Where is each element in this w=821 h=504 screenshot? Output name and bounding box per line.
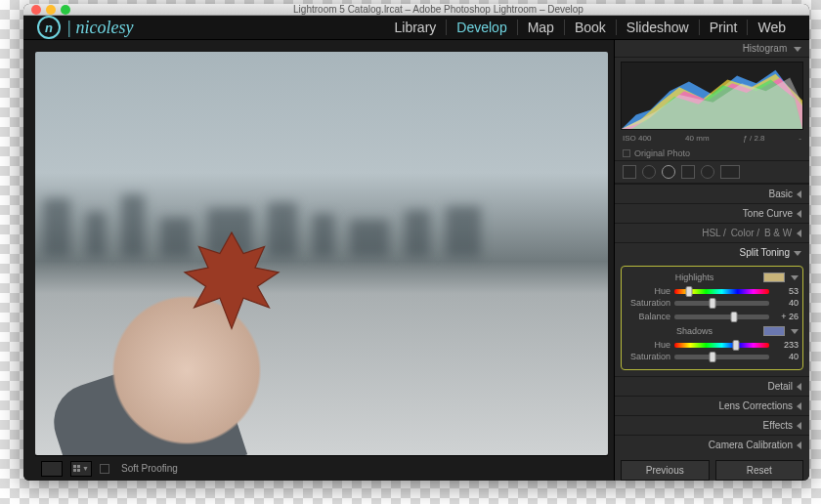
window-title: Lightroom 5 Catalog.lrcat – Adobe Photos… <box>75 4 801 15</box>
nav-library[interactable]: Library <box>385 20 448 35</box>
logo-mark: n <box>37 16 61 39</box>
chevron-left-icon <box>797 383 801 391</box>
bottom-toolbar: ▼ Soft Proofing <box>35 455 608 481</box>
topbar: n | nicolesy Library Develop Map Book Sl… <box>23 16 809 40</box>
panel-lens[interactable]: Lens Corrections <box>615 396 809 415</box>
reset-button[interactable]: Reset <box>715 460 804 481</box>
logo: n | nicolesy <box>37 16 133 39</box>
balance-label: Balance <box>626 312 670 321</box>
chevron-left-icon <box>797 190 801 198</box>
tool-strip <box>615 160 809 184</box>
chevron-left-icon <box>797 230 801 237</box>
panel-hsl[interactable]: HSL / Color / B & W <box>615 223 809 242</box>
highlights-hue-value[interactable]: 53 <box>773 286 799 296</box>
app-window: Lightroom 5 Catalog.lrcat – Adobe Photos… <box>23 4 809 481</box>
right-panel: Histogram ISO 400 40 mm ƒ / 2.8 - <box>614 40 809 481</box>
close-icon[interactable] <box>31 5 41 15</box>
panel-camera[interactable]: Camera Calibration <box>615 435 809 454</box>
chevron-down-icon <box>794 47 801 52</box>
shadows-label: Shadows <box>626 326 763 336</box>
iso-value: ISO 400 <box>623 134 651 143</box>
chevron-left-icon <box>797 422 801 430</box>
panel-tone-curve[interactable]: Tone Curve <box>615 203 809 223</box>
grad-tool[interactable] <box>681 165 695 179</box>
module-nav: Library Develop Map Book Slideshow Print… <box>385 20 797 35</box>
leaf <box>173 221 290 338</box>
compare-view-button[interactable]: ▼ <box>70 461 92 477</box>
hue-label: Hue <box>626 340 670 350</box>
spot-tool[interactable] <box>642 165 656 179</box>
checkbox-icon <box>623 149 630 157</box>
balance-value[interactable]: + 26 <box>773 312 799 321</box>
highlights-label: Highlights <box>626 273 763 282</box>
shadows-hue-value[interactable]: 233 <box>773 340 799 350</box>
sat-label: Saturation <box>626 298 670 308</box>
shadows-swatch[interactable] <box>763 326 785 336</box>
highlights-swatch[interactable] <box>763 273 785 282</box>
highlights-hue-slider[interactable] <box>674 289 769 294</box>
aperture-value: ƒ / 2.8 <box>743 134 764 143</box>
crop-tool[interactable] <box>623 165 636 179</box>
nav-develop[interactable]: Develop <box>447 20 517 35</box>
chevron-left-icon <box>797 402 801 410</box>
radial-tool[interactable] <box>701 165 714 179</box>
photo-preview[interactable] <box>35 52 608 455</box>
skyline-blur <box>35 189 608 257</box>
histogram[interactable] <box>621 62 803 130</box>
balance-slider[interactable] <box>674 315 769 319</box>
shadows-hue-slider[interactable] <box>674 343 769 348</box>
soft-proofing-label: Soft Proofing <box>121 463 178 474</box>
canvas-area: ▼ Soft Proofing <box>23 40 614 481</box>
panel-detail[interactable]: Detail <box>615 376 809 396</box>
content: ▼ Soft Proofing Histogram <box>23 40 809 481</box>
histogram-meta: ISO 400 40 mm ƒ / 2.8 - <box>615 134 809 147</box>
original-photo-toggle[interactable]: Original Photo <box>615 147 809 160</box>
nav-slideshow[interactable]: Slideshow <box>617 20 700 35</box>
maximize-icon[interactable] <box>61 5 70 15</box>
previous-button[interactable]: Previous <box>621 460 710 481</box>
nav-print[interactable]: Print <box>700 20 749 35</box>
highlights-sat-slider[interactable] <box>674 301 769 306</box>
grid-icon <box>73 465 80 472</box>
minimize-icon[interactable] <box>46 5 56 15</box>
histogram-header[interactable]: Histogram <box>615 40 809 58</box>
nav-web[interactable]: Web <box>748 20 796 35</box>
panel-effects[interactable]: Effects <box>615 415 809 435</box>
shadows-sat-slider[interactable] <box>674 355 769 359</box>
sat-label: Saturation <box>626 352 670 361</box>
exposure-value: - <box>799 134 801 143</box>
highlights-sat-value[interactable]: 40 <box>773 298 799 308</box>
hue-label: Hue <box>626 286 670 296</box>
prev-reset-bar: Previous Reset <box>615 454 809 481</box>
split-toning-panel: Highlights Hue 53 Saturation 40 Balance <box>621 266 803 370</box>
loupe-view-button[interactable] <box>41 461 63 477</box>
soft-proofing-checkbox[interactable] <box>100 464 109 474</box>
chevron-down-icon <box>791 275 799 280</box>
panel-basic[interactable]: Basic <box>615 184 809 203</box>
logo-text: | nicolesy <box>66 18 133 38</box>
shadows-sat-value[interactable]: 40 <box>773 352 799 361</box>
chevron-left-icon <box>797 441 801 449</box>
nav-map[interactable]: Map <box>518 20 565 35</box>
chevron-down-icon <box>791 329 799 334</box>
panel-split-toning[interactable]: Split Toning <box>615 242 809 262</box>
focal-value: 40 mm <box>685 134 709 143</box>
titlebar: Lightroom 5 Catalog.lrcat – Adobe Photos… <box>23 4 809 16</box>
nav-book[interactable]: Book <box>565 20 617 35</box>
brush-tool[interactable] <box>720 165 740 179</box>
chevron-left-icon <box>797 210 801 218</box>
redeye-tool[interactable] <box>662 165 675 179</box>
chevron-down-icon <box>794 251 801 256</box>
